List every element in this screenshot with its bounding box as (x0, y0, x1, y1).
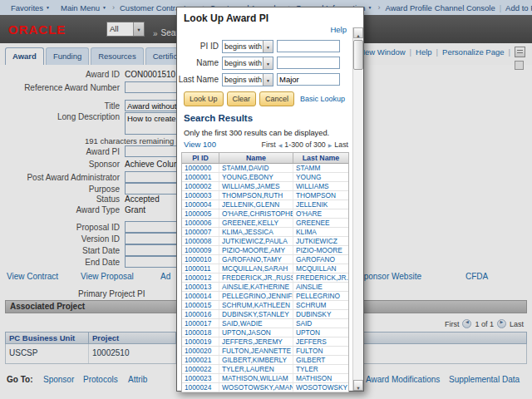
result-last-name-link[interactable]: FREDERICK,JR. (293, 273, 348, 282)
page-settings-icon[interactable] (515, 61, 524, 70)
column-header-name[interactable]: Name (219, 153, 293, 163)
lookup-result-row[interactable]: 1000022 TYLER,LAUREN TYLER (182, 365, 348, 374)
result-pi-id-link[interactable]: 1000010 (182, 255, 219, 264)
result-pi-id-link[interactable]: 1000022 (182, 365, 219, 373)
pagination-first[interactable]: First (445, 320, 460, 328)
result-pi-id-link[interactable]: 1000007 (182, 228, 219, 236)
result-name-link[interactable]: UPTON,JASON (219, 328, 293, 337)
result-name-link[interactable]: THOMPSON,RUTH (219, 191, 293, 200)
previous-page-icon[interactable] (462, 319, 471, 328)
result-pi-id-link[interactable]: 1000002 (182, 182, 219, 190)
result-pi-id-link[interactable]: 1000009 (182, 246, 219, 254)
lookup-result-row[interactable]: 1000024 WOSOTOWSKY,AMANDA WOSOTOWSKY (182, 383, 348, 392)
result-last-name-link[interactable]: WOSOTOWSKY (293, 383, 348, 392)
result-last-name-link[interactable]: SCHRUM (293, 301, 348, 309)
result-name-link[interactable]: FREDERICK,JR.,RUSSELL (219, 273, 293, 282)
result-name-link[interactable]: KLIMA,JESSICA (219, 228, 293, 236)
result-last-name-link[interactable]: MCQUILLAN (293, 264, 348, 273)
result-pi-id-link[interactable]: 1000024 (182, 383, 219, 392)
lookup-result-row[interactable]: 1000009 PIZIO-MOORE,AMY PIZIO-MOORE (182, 246, 348, 255)
add-to-favorites-link[interactable]: Add to Favorites (505, 3, 532, 12)
result-last-name-link[interactable]: DUBINSKY (293, 310, 348, 318)
lookup-result-row[interactable]: 1000007 KLIMA,JESSICA KLIMA (182, 228, 348, 237)
result-pi-id-link[interactable]: 1000018 (182, 328, 219, 337)
pagination-last[interactable]: Last (334, 140, 348, 149)
lookup-result-row[interactable]: 1000005 O'HARE,CHRISTOPHER O'HARE (182, 209, 348, 219)
result-name-link[interactable]: DUBINSKY,STANLEY (219, 310, 293, 318)
result-pi-id-link[interactable]: 1000001 (182, 173, 219, 181)
result-last-name-link[interactable]: STAMM (293, 164, 348, 172)
result-pi-id-link[interactable]: 1000017 (182, 319, 219, 328)
result-last-name-link[interactable]: O'HARE (293, 209, 348, 218)
result-last-name-link[interactable]: THOMPSON (293, 191, 348, 200)
result-name-link[interactable]: GILBERT,KIMBERLY (219, 356, 293, 364)
result-last-name-link[interactable]: WILLIAMS (293, 182, 348, 190)
scroll-up-icon[interactable] (353, 27, 363, 38)
lookup-result-row[interactable]: 1000000 STAMM,DAVID STAMM (182, 164, 348, 173)
search-scope-select[interactable]: All (106, 22, 145, 37)
column-header-last-name[interactable]: Last Name (293, 153, 348, 163)
personalize-page-link[interactable]: Personalize Page (442, 47, 504, 57)
result-pi-id-link[interactable]: 1000013 (182, 283, 219, 291)
result-last-name-link[interactable]: JUTKIEWICZ (293, 237, 348, 245)
lookup-result-row[interactable]: 1000020 FULTON,JEANNETTE FULTON (182, 347, 348, 356)
result-pi-id-link[interactable]: 1000015 (182, 301, 219, 309)
lookup-result-row[interactable]: 1000019 JEFFERS,JEREMY JEFFERS (182, 337, 348, 347)
result-last-name-link[interactable]: JEFFERS (293, 337, 348, 346)
goto-sponsor-link[interactable]: Sponsor (43, 375, 74, 384)
modal-help-link[interactable]: Help (330, 25, 347, 34)
result-last-name-link[interactable]: YOUNG (293, 173, 348, 181)
lookup-result-row[interactable]: 1000015 SCHRUM,KATHLEEN SCHRUM (182, 301, 348, 310)
tab-award[interactable]: Award (5, 47, 44, 65)
next-page-icon[interactable] (328, 140, 332, 149)
result-last-name-link[interactable]: UPTON (293, 328, 348, 337)
result-pi-id-link[interactable]: 1000012 (182, 273, 219, 282)
column-header-project[interactable]: Project (89, 332, 176, 343)
channel-console-link[interactable]: Channel Console (435, 3, 495, 12)
lookup-result-row[interactable]: 1000016 DUBINSKY,STANLEY DUBINSKY (182, 310, 348, 319)
result-pi-id-link[interactable]: 1000020 (182, 347, 219, 355)
result-last-name-link[interactable]: FULTON (293, 347, 348, 355)
lookup-result-row[interactable]: 1000004 JELLENIK,GLENN JELLENIK (182, 200, 348, 209)
help-link[interactable]: Help (416, 47, 432, 57)
basic-lookup-link[interactable]: Basic Lookup (300, 95, 345, 103)
breadcrumb-item[interactable]: Main Menu ▼ (56, 3, 106, 12)
lookup-result-row[interactable]: 1000011 MCQUILLAN,SARAH MCQUILLAN (182, 264, 348, 273)
tab-funding[interactable]: Funding (46, 47, 89, 65)
lookup-result-row[interactable]: 1000003 THOMPSON,RUTH THOMPSON (182, 191, 348, 200)
condition-select[interactable]: begins with (222, 40, 273, 53)
scroll-down-icon[interactable] (353, 380, 363, 391)
result-pi-id-link[interactable]: 1000006 (182, 219, 219, 227)
result-pi-id-link[interactable]: 1000000 (182, 164, 219, 172)
view-100-link[interactable]: View 100 (184, 140, 216, 149)
result-name-link[interactable]: SCHRUM,KATHLEEN (219, 301, 293, 309)
result-last-name-link[interactable]: PELLEGRINO (293, 292, 348, 300)
lookup-result-row[interactable]: 1000008 JUTKIEWICZ,PAULA JUTKIEWICZ (182, 237, 348, 246)
modal-scrollbar[interactable] (352, 27, 363, 391)
result-pi-id-link[interactable]: 1000008 (182, 237, 219, 245)
result-last-name-link[interactable]: PIZIO-MOORE (293, 246, 348, 254)
lookup-result-row[interactable]: 1000014 PELLEGRINO,JENNIFER PELLEGRINO (182, 292, 348, 301)
result-last-name-link[interactable]: KLIMA (293, 228, 348, 236)
result-pi-id-link[interactable]: 1000023 (182, 374, 219, 382)
lookup-result-row[interactable]: 1000021 GILBERT,KIMBERLY GILBERT (182, 356, 348, 365)
result-pi-id-link[interactable]: 1000014 (182, 292, 219, 300)
result-last-name-link[interactable]: GREENEE (293, 219, 348, 227)
result-name-link[interactable]: WILLIAMS,JAMES (219, 182, 293, 190)
condition-select[interactable]: begins with (222, 73, 273, 86)
award-modifications-link[interactable]: Award Modifications (366, 375, 440, 384)
result-name-link[interactable]: TYLER,LAUREN (219, 365, 293, 373)
new-window-icon[interactable] (515, 47, 525, 57)
result-pi-id-link[interactable]: 1000004 (182, 200, 219, 209)
result-last-name-link[interactable]: TYLER (293, 365, 348, 373)
lookup-result-row[interactable]: 1000006 GREENEE,KELLY GREENEE (182, 219, 348, 228)
criteria-value-input[interactable] (277, 73, 340, 86)
lookup-result-row[interactable]: 1000013 AINSLIE,KATHERINE AINSLIE (182, 283, 348, 292)
pagination-first[interactable]: First (262, 140, 276, 149)
lookup-result-row[interactable]: 1000001 YOUNG,EBONY YOUNG (182, 173, 348, 182)
sponsor-website-link[interactable]: Sponsor Website (358, 272, 421, 281)
result-name-link[interactable]: FULTON,JEANNETTE (219, 347, 293, 355)
next-page-icon[interactable] (497, 319, 506, 328)
result-last-name-link[interactable]: SAID (293, 319, 348, 328)
result-name-link[interactable]: PIZIO-MOORE,AMY (219, 246, 293, 254)
